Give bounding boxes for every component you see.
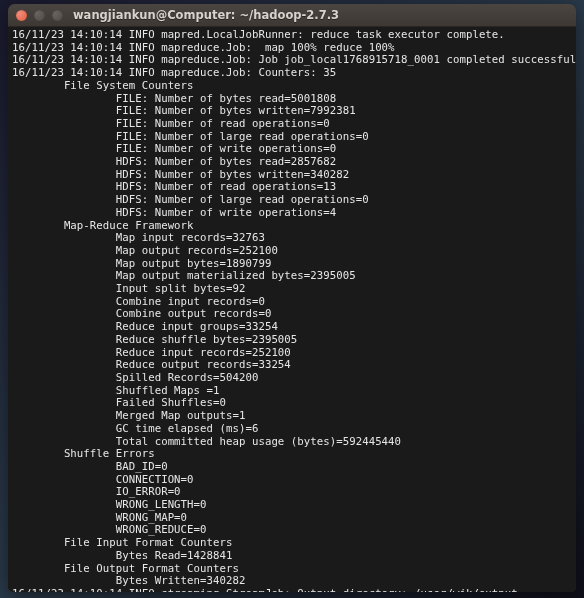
close-icon[interactable]: [16, 10, 27, 21]
terminal-output: 16/11/23 14:10:14 INFO mapred.LocalJobRu…: [12, 28, 576, 592]
titlebar[interactable]: wangjiankun@Computer: ~/hadoop-2.7.3: [8, 4, 576, 27]
window-button-group: [16, 10, 63, 21]
terminal-body[interactable]: 16/11/23 14:10:14 INFO mapred.LocalJobRu…: [8, 27, 576, 592]
window-title: wangjiankun@Computer: ~/hadoop-2.7.3: [73, 8, 339, 22]
terminal-window: wangjiankun@Computer: ~/hadoop-2.7.3 16/…: [8, 4, 576, 592]
maximize-icon[interactable]: [52, 10, 63, 21]
minimize-icon[interactable]: [34, 10, 45, 21]
